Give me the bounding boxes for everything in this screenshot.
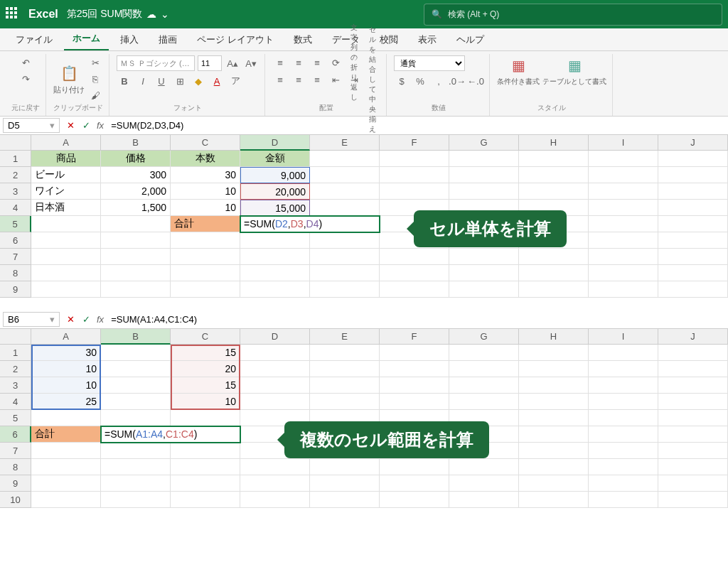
cell[interactable] [101, 265, 171, 281]
enter-button[interactable]: ✓ [78, 120, 94, 131]
document-name[interactable]: 第25回 SUM関数 ☁ ⌄ [67, 8, 170, 21]
tab-review[interactable]: 校閲 [371, 29, 407, 50]
cell[interactable] [171, 265, 240, 281]
cell[interactable] [519, 265, 589, 281]
cell[interactable] [658, 345, 728, 361]
font-size-select[interactable] [198, 55, 222, 71]
align-right-button[interactable]: ≡ [309, 72, 325, 87]
cell[interactable] [171, 475, 240, 492]
cell[interactable]: 本数 [171, 151, 240, 167]
cell[interactable] [31, 443, 101, 459]
cell[interactable] [380, 345, 449, 361]
cell[interactable] [658, 394, 728, 410]
col-header[interactable]: E [310, 329, 380, 345]
row-header[interactable]: 6 [0, 426, 31, 443]
cell[interactable] [658, 426, 728, 443]
col-header[interactable]: A [31, 329, 101, 345]
cell[interactable] [449, 492, 519, 508]
cell[interactable]: 15 [171, 345, 240, 361]
cell[interactable] [101, 281, 171, 298]
cell[interactable] [101, 443, 171, 459]
cell[interactable] [240, 459, 310, 475]
cell[interactable] [171, 410, 240, 426]
col-header[interactable]: E [310, 135, 380, 151]
cell[interactable]: 30 [171, 167, 240, 183]
cell[interactable] [240, 249, 310, 265]
cell[interactable] [519, 492, 589, 508]
cell[interactable] [310, 249, 380, 265]
underline-button[interactable]: U [154, 74, 169, 88]
cell[interactable] [589, 345, 658, 361]
cell[interactable] [589, 216, 658, 232]
cell[interactable] [310, 200, 380, 216]
tab-data[interactable]: データ [323, 29, 368, 50]
align-middle-button[interactable]: ≡ [291, 55, 306, 70]
cell[interactable] [519, 459, 589, 475]
font-color-button[interactable]: A [209, 74, 225, 88]
cell[interactable]: 商品 [31, 151, 101, 167]
col-header[interactable]: C [171, 329, 240, 345]
cell[interactable]: ビール [31, 167, 101, 183]
col-header[interactable]: I [589, 135, 658, 151]
cell[interactable] [449, 281, 519, 298]
cell[interactable] [31, 265, 101, 281]
cell[interactable] [519, 249, 589, 265]
cell[interactable]: ワイン [31, 183, 101, 200]
align-top-button[interactable]: ≡ [272, 55, 288, 70]
cell-editing[interactable]: =SUM(A1:A4,C1:C4) [101, 426, 240, 443]
enter-button[interactable]: ✓ [78, 314, 94, 325]
cell[interactable] [519, 377, 589, 394]
name-box[interactable]: B6▾ [3, 312, 60, 327]
col-header[interactable]: D [240, 135, 310, 151]
tab-insert[interactable]: 挿入 [112, 29, 147, 50]
cell[interactable] [589, 410, 658, 426]
cell[interactable] [519, 394, 589, 410]
cell[interactable] [310, 183, 380, 200]
currency-button[interactable]: $ [394, 74, 410, 88]
cell[interactable] [101, 232, 171, 249]
format-painter-button[interactable]: 🖌 [87, 88, 103, 102]
decrease-decimal-button[interactable]: ←.0 [468, 74, 483, 88]
cell[interactable] [240, 492, 310, 508]
cell[interactable] [519, 281, 589, 298]
cell[interactable] [101, 377, 171, 394]
cell[interactable]: 10 [171, 200, 240, 216]
decrease-indent-button[interactable]: ⇤ [328, 72, 343, 87]
cell[interactable] [449, 345, 519, 361]
formula-input[interactable]: =SUM(D2,D3,D4) [107, 119, 728, 132]
cell[interactable] [310, 345, 380, 361]
cell[interactable] [310, 459, 380, 475]
cell[interactable] [449, 394, 519, 410]
cell[interactable] [380, 265, 449, 281]
align-left-button[interactable]: ≡ [272, 72, 288, 87]
cell[interactable] [310, 361, 380, 377]
cell[interactable] [658, 232, 728, 249]
search-box[interactable]: 🔍 検索 (Alt + Q) [424, 4, 722, 26]
cell[interactable] [240, 377, 310, 394]
cell[interactable]: 10 [171, 183, 240, 200]
cell[interactable] [31, 216, 101, 232]
cell[interactable] [310, 394, 380, 410]
row-header[interactable]: 10 [0, 492, 31, 508]
cell[interactable] [449, 183, 519, 200]
cell[interactable] [589, 492, 658, 508]
cell[interactable] [589, 200, 658, 216]
cell[interactable] [310, 281, 380, 298]
formula-input[interactable]: =SUM(A1:A4,C1:C4) [107, 313, 728, 326]
row-header[interactable]: 7 [0, 249, 31, 265]
cell[interactable] [519, 426, 589, 443]
number-format-select[interactable]: 通貨 [394, 55, 465, 71]
cell[interactable] [310, 377, 380, 394]
cell[interactable] [658, 151, 728, 167]
cell[interactable]: 1,500 [101, 200, 171, 216]
cell[interactable] [658, 443, 728, 459]
cell[interactable] [31, 475, 101, 492]
phonetic-button[interactable]: ア [228, 74, 243, 88]
cell[interactable] [240, 361, 310, 377]
cell[interactable] [589, 249, 658, 265]
cell[interactable] [380, 475, 449, 492]
tab-help[interactable]: ヘルプ [448, 29, 493, 50]
cell[interactable] [310, 265, 380, 281]
row-header[interactable]: 3 [0, 183, 31, 200]
row-header[interactable]: 4 [0, 200, 31, 216]
